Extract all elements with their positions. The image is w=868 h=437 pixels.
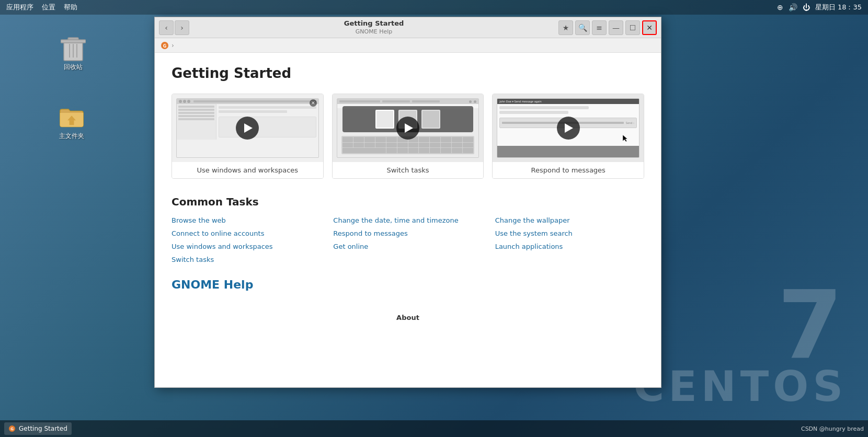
menu-help[interactable]: 帮助: [64, 3, 77, 12]
task-respond-messages[interactable]: Respond to messages: [333, 229, 482, 237]
task-change-wallpaper[interactable]: Change the wallpaper: [495, 216, 644, 224]
thumb-chat-header: John Doe ▾ Send message again: [499, 100, 541, 103]
task-launch-apps[interactable]: Launch applications: [495, 243, 644, 250]
desktop-icon-home[interactable]: 主文件夹: [51, 105, 93, 141]
window-title-area: Getting Started GNOME Help: [192, 19, 555, 36]
video-thumbnail-2: [333, 94, 484, 162]
video-label-3: Respond to messages: [493, 162, 644, 178]
task-connect-online[interactable]: Connect to online accounts: [172, 229, 321, 237]
title-bar: ‹ › Getting Started GNOME Help ★ 🔍 ≡ — ☐…: [155, 17, 661, 38]
play-button-1[interactable]: [236, 117, 259, 140]
page-title: Getting Started: [172, 65, 644, 81]
video-card-3[interactable]: John Doe ▾ Send message again Send ›: [492, 94, 644, 179]
about-section: About: [172, 312, 644, 322]
task-use-windows[interactable]: Use windows and workspaces: [172, 243, 321, 250]
window-main-title: Getting Started: [192, 19, 555, 28]
trash-icon: [61, 36, 86, 61]
home-folder-label: 主文件夹: [59, 132, 84, 141]
content-area: Getting Started: [155, 53, 661, 387]
taskbar-app-item[interactable]: G Getting Started: [4, 422, 72, 435]
video-label-2: Switch tasks: [333, 162, 484, 178]
trash-label: 回收站: [64, 63, 83, 72]
tasks-grid: Browse the web Connect to online account…: [172, 216, 644, 263]
task-system-search[interactable]: Use the system search: [495, 229, 644, 237]
video-thumbnail-1: ✕: [172, 94, 323, 162]
svg-rect-2: [61, 40, 86, 43]
breadcrumb-chevron: ›: [172, 42, 174, 49]
video-thumbnail-3: John Doe ▾ Send message again Send ›: [493, 94, 644, 162]
nav-buttons: ‹ ›: [159, 20, 189, 35]
menu-places[interactable]: 位置: [42, 3, 55, 12]
common-tasks-title: Common Tasks: [172, 196, 644, 208]
video-card-1[interactable]: ✕ Use windows and workspaces: [172, 94, 324, 179]
video-label-1: Use windows and workspaces: [172, 162, 323, 178]
tasks-col-3: Change the wallpaper Use the system sear…: [495, 216, 644, 263]
network-icon: ⊕: [777, 3, 783, 12]
menu-button[interactable]: ≡: [592, 20, 607, 35]
svg-text:G: G: [10, 427, 14, 431]
tasks-col-2: Change the date, time and timezone Respo…: [333, 216, 482, 263]
taskbar-attribution: CSDN @hungry bread: [801, 426, 864, 432]
task-change-date[interactable]: Change the date, time and timezone: [333, 216, 482, 224]
taskbar-top: 应用程序 位置 帮助 ⊕ 🔊 ⏻ 星期日 18：35: [0, 0, 868, 15]
play-button-2[interactable]: [396, 117, 419, 140]
play-button-3[interactable]: [557, 117, 580, 140]
breadcrumb-home-icon: G: [160, 41, 169, 50]
svg-rect-7: [70, 120, 74, 125]
taskbar-bottom: G Getting Started CSDN @hungry bread: [0, 420, 868, 437]
task-browse-web[interactable]: Browse the web: [172, 216, 321, 224]
svg-marker-10: [623, 135, 627, 142]
task-get-online[interactable]: Get online: [333, 243, 482, 250]
bookmark-button[interactable]: ★: [558, 20, 573, 35]
volume-icon: 🔊: [789, 3, 797, 12]
taskbar-app-label: Getting Started: [19, 425, 67, 432]
about-link[interactable]: About: [396, 314, 419, 321]
thumb-close-1: ✕: [310, 99, 317, 107]
window-actions: ★ 🔍 ≡ — ☐ ✕: [558, 20, 657, 35]
breadcrumb-bar: G ›: [155, 38, 661, 53]
video-card-2[interactable]: Switch tasks: [332, 94, 484, 179]
minimize-button[interactable]: —: [609, 20, 623, 35]
menu-apps[interactable]: 应用程序: [6, 3, 33, 12]
cursor-icon: [623, 134, 629, 144]
taskbar-top-right: ⊕ 🔊 ⏻ 星期日 18：35: [777, 3, 862, 12]
taskbar-top-left: 应用程序 位置 帮助: [6, 3, 77, 12]
gnome-help-link[interactable]: GNOME Help: [172, 278, 644, 291]
desktop-icon-trash[interactable]: 回收站: [52, 36, 94, 72]
browser-window: ‹ › Getting Started GNOME Help ★ 🔍 ≡ — ☐…: [154, 17, 661, 388]
power-icon: ⏻: [803, 3, 810, 12]
window-sub-title: GNOME Help: [192, 28, 555, 36]
maximize-button[interactable]: ☐: [625, 20, 640, 35]
svg-text:G: G: [163, 43, 167, 48]
back-button[interactable]: ‹: [159, 20, 174, 35]
search-button[interactable]: 🔍: [575, 20, 590, 35]
tasks-col-1: Browse the web Connect to online account…: [172, 216, 321, 263]
home-folder-icon: [59, 105, 84, 130]
forward-button[interactable]: ›: [175, 20, 189, 35]
video-cards: ✕ Use windows and workspaces: [172, 94, 644, 179]
close-button[interactable]: ✕: [642, 20, 657, 35]
app-icon-small: G: [8, 425, 16, 432]
task-switch-tasks[interactable]: Switch tasks: [172, 256, 321, 263]
centos-watermark: 7 CENTOS: [633, 283, 847, 406]
datetime: 星期日 18：35: [815, 3, 862, 12]
